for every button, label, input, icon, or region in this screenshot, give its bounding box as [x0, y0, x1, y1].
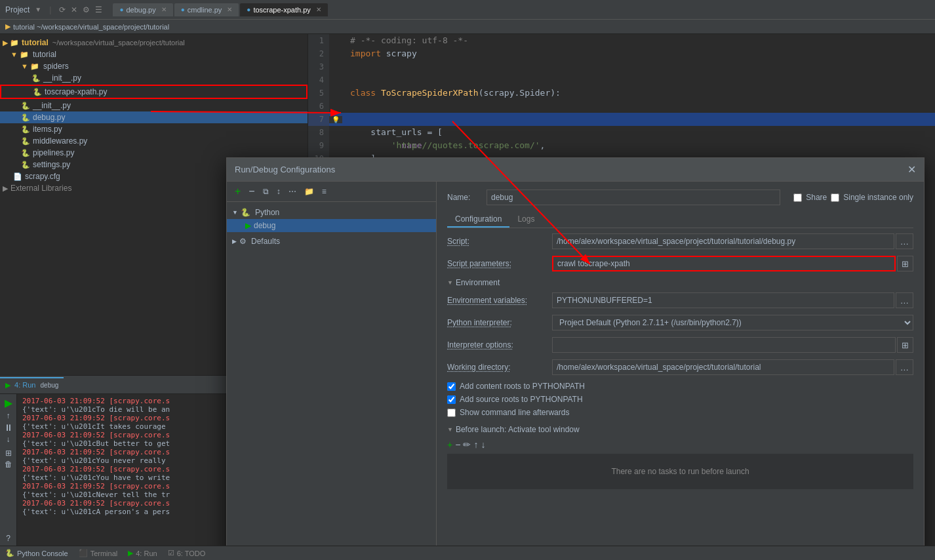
run-filter-button[interactable]: ⊞	[5, 449, 12, 458]
share-checkbox[interactable]	[793, 193, 802, 202]
line-content-5: class ToScrapeSpiderXPath(scrapy.Spider)…	[342, 87, 935, 100]
tree-tutorial-root[interactable]: ▶ 📁 tutorial ~/workspace/virtual_space/p…	[0, 37, 308, 49]
working-dir-input[interactable]	[552, 359, 894, 375]
interpreter-options-input[interactable]	[552, 337, 896, 353]
before-launch-toolbar: + − ✏ ↑ ↓	[447, 439, 913, 450]
add-config-button[interactable]: +	[232, 184, 243, 199]
run-play-button[interactable]: ▶	[5, 397, 12, 409]
run-pause-button[interactable]: ⏸	[4, 422, 13, 433]
config-folder-button[interactable]: 📁	[302, 186, 317, 197]
run-up-button[interactable]: ↑	[7, 411, 10, 420]
tree-items[interactable]: 🐍 items.py	[0, 123, 308, 135]
run-debug-dialog: Run/Debug Configurations ✕ + − ⧉ ↕ ⋯ 📁 ≡	[226, 157, 925, 560]
before-launch-header[interactable]: Before launch: Activate tool window	[447, 425, 913, 434]
code-line-4: 4	[308, 73, 935, 87]
tree-init-tutorial[interactable]: 🐍 __init__.py	[0, 100, 308, 111]
run-down-button[interactable]: ↓	[7, 435, 10, 444]
line-num-2: 2	[308, 47, 329, 60]
line-num-4: 4	[308, 73, 329, 87]
tab-logs[interactable]: Logs	[509, 212, 542, 228]
config-item-debug[interactable]: ▶ debug	[227, 219, 436, 232]
defaults-icon: ⚙	[239, 237, 247, 246]
python-console-tab[interactable]: 🐍 Python Console	[5, 549, 68, 557]
bl-edit-button[interactable]: ✏	[463, 439, 471, 450]
gutter-7: 💡	[329, 116, 342, 123]
run-tab-active[interactable]: ▶ 4: Run debug	[0, 377, 64, 392]
share-label: Share	[806, 193, 827, 202]
remove-config-button[interactable]: −	[246, 184, 257, 199]
script-browse-button[interactable]: …	[896, 233, 913, 249]
line-num-9: 9	[308, 139, 329, 152]
name-input[interactable]	[487, 190, 780, 205]
project-toolbar: Project ▼ | ⟳ ✕ ⚙ ☰	[5, 5, 102, 14]
copy-config-button[interactable]: ⧉	[260, 186, 271, 197]
single-instance-checkbox[interactable]	[831, 193, 839, 202]
env-vars-browse-button[interactable]: …	[896, 292, 913, 308]
todo-icon: ☑	[168, 549, 174, 557]
tab-icon-cmdline: ●	[181, 6, 185, 13]
tree-init-spiders[interactable]: 🐍 __init__.py	[0, 72, 308, 84]
tree-label-toscrape: toscrape-xpath.py	[45, 87, 107, 96]
run-help-button[interactable]: ?	[6, 534, 10, 543]
dialog-tabs-row: Configuration Logs	[447, 212, 913, 228]
bl-down-button[interactable]: ↓	[481, 439, 485, 450]
script-params-input[interactable]	[552, 256, 896, 271]
tree-debug[interactable]: 🐍 debug.py	[0, 111, 308, 123]
add-content-checkbox[interactable]	[447, 382, 456, 391]
show-cmdline-checkbox[interactable]	[447, 409, 456, 417]
tree-toscrape[interactable]: 🐍 toscrape-xpath.py	[0, 85, 308, 99]
python-group-header[interactable]: ▼ 🐍 Python	[227, 206, 436, 219]
tab-close-debug[interactable]: ✕	[161, 6, 167, 13]
bl-add-button[interactable]: +	[447, 439, 452, 450]
status-bar: 🐍 Python Console ⬛ Terminal ▶ 4: Run ☑ 6…	[0, 546, 935, 560]
tab-debug-py[interactable]: ● debug.py ✕	[113, 3, 172, 16]
script-input[interactable]	[552, 233, 894, 249]
folder-ext-icon: ▶	[3, 184, 8, 193]
tree-path-root: ~/workspace/virtual_space/project/tutori…	[52, 39, 185, 47]
working-dir-browse-button[interactable]: …	[896, 359, 913, 375]
config-tree: ▼ 🐍 Python ▶ debug ▶ ⚙	[227, 202, 436, 560]
tree-middlewares[interactable]: 🐍 middlewares.py	[0, 135, 308, 147]
dialog-close-button[interactable]: ✕	[907, 163, 916, 176]
before-launch-empty-text: There are no tasks to run before launch	[611, 467, 749, 476]
tab-configuration[interactable]: Configuration	[447, 212, 509, 228]
bl-remove-button[interactable]: −	[455, 439, 460, 450]
todo-label: 6: TODO	[177, 550, 206, 557]
script-params-expand-button[interactable]: ⊞	[897, 256, 913, 271]
interpreter-options-label: Interpreter options:	[447, 340, 552, 350]
run-trash-button[interactable]: 🗑	[5, 460, 12, 469]
tree-tutorial[interactable]: ▼ 📁 tutorial	[0, 49, 308, 60]
tab-toscrape-py[interactable]: ● toscrape-xpath.py ✕	[240, 3, 327, 16]
todo-tab[interactable]: ☑ 6: TODO	[168, 549, 206, 557]
interpreter-select[interactable]: Project Default (Python 2.7.11+ (/usr/bi…	[552, 315, 913, 330]
project-dropdown-icon[interactable]: ▼	[35, 6, 41, 13]
add-source-checkbox[interactable]	[447, 395, 456, 404]
env-vars-input[interactable]	[552, 292, 894, 308]
tab-close-toscrape[interactable]: ✕	[316, 6, 321, 13]
tab-cmdline-py[interactable]: ● cmdline.py ✕	[174, 3, 239, 16]
tree-label-scrapy-cfg: scrapy.cfg	[25, 172, 60, 181]
defaults-group-header[interactable]: ▶ ⚙ Defaults	[227, 235, 436, 248]
line-content-3	[342, 60, 935, 73]
tree-label-root: tutorial	[22, 38, 49, 47]
interpreter-options-expand-button[interactable]: ⊞	[897, 337, 913, 353]
config-item-label-debug: debug	[254, 221, 275, 230]
bl-up-button[interactable]: ↑	[473, 439, 478, 450]
config-sort-button[interactable]: ≡	[319, 186, 329, 197]
checkbox-show-cmdline: Show command line afterwards	[447, 408, 913, 417]
tree-spiders[interactable]: ▼ 📁 spiders	[0, 60, 308, 72]
config-more-button[interactable]: ⋯	[286, 186, 299, 197]
tab-close-cmdline[interactable]: ✕	[227, 6, 232, 13]
terminal-tab[interactable]: ⬛ Terminal	[79, 549, 118, 557]
python-group-label: Python	[255, 208, 279, 217]
environment-section-header[interactable]: Environment	[447, 278, 913, 287]
move-config-button[interactable]: ↕	[274, 186, 283, 197]
line-content-7: name = 'toscrape-xpath'	[342, 113, 935, 126]
breadcrumb-text: tutorial ~/workspace/virtual_space/proje…	[13, 23, 169, 31]
run-play-icon: ▶	[5, 381, 10, 389]
python-console-label: Python Console	[17, 550, 68, 557]
tab-label-toscrape: toscrape-xpath.py	[253, 6, 310, 14]
tree-label-debug: debug.py	[33, 113, 65, 122]
python-expand-icon: ▼	[232, 209, 238, 216]
run-tab-status[interactable]: ▶ 4: Run	[128, 549, 157, 557]
